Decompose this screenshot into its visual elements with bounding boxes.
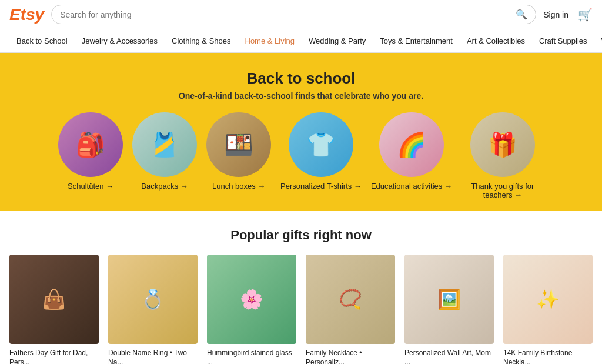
product-image: 🌸	[207, 255, 296, 344]
product-card[interactable]: 📿Family Necklace • Personaliz...CaitlynM…	[306, 255, 395, 364]
etsy-logo[interactable]: Etsy	[9, 5, 44, 24]
product-card[interactable]: 💍Double Name Ring • Two Na...CaitlynMini…	[108, 255, 198, 364]
category-emoji: 🎽	[150, 112, 179, 177]
category-image: 👕	[289, 112, 353, 177]
category-label: Thank you gifts for teachers →	[461, 182, 544, 199]
product-title: Double Name Ring • Two Na...	[108, 349, 198, 364]
nav-item-wedding-party[interactable]: Wedding & Party	[302, 34, 373, 48]
popular-title: Popular gifts right now	[9, 228, 593, 243]
cart-icon[interactable]: 🛒	[578, 8, 593, 22]
back-to-school-banner: Back to school One-of-a-kind back-to-sch…	[0, 53, 602, 211]
category-label: Lunch boxes →	[212, 182, 265, 191]
header: Etsy 🔍 Sign in 🛒	[0, 0, 602, 29]
product-card[interactable]: 🖼️Personalized Wall Art, Mom ...promenad…	[404, 255, 494, 364]
nav-item-craft-supplies[interactable]: Craft Supplies	[532, 34, 594, 48]
category-emoji: 👕	[306, 112, 336, 177]
nav-item-jewelry-accessories[interactable]: Jewelry & Accessories	[75, 34, 165, 48]
product-image: 💍	[108, 255, 198, 344]
search-button[interactable]: 🔍	[516, 9, 527, 20]
category-label: Personalized T-shirts →	[280, 182, 362, 191]
category-image: 🎽	[132, 112, 197, 177]
nav-item-art-collectibles[interactable]: Art & Collectibles	[460, 34, 532, 48]
category-label: Schultüten →	[68, 182, 113, 191]
banner-subtitle: One-of-a-kind back-to-school finds that …	[14, 91, 588, 101]
product-title: 14K Family Birthstone Neckla...	[503, 349, 593, 364]
banner-category-thank-you-gifts-for-teachers[interactable]: 🎁Thank you gifts for teachers →	[461, 112, 544, 199]
product-image: 👜	[9, 255, 99, 344]
nav-item-toys-entertainment[interactable]: Toys & Entertainment	[373, 34, 460, 48]
nav-item-vintage[interactable]: Vintage	[594, 34, 602, 48]
product-title: Fathers Day Gift for Dad, Pers...	[9, 349, 99, 364]
search-bar: 🔍	[51, 5, 536, 24]
banner-category-personalized-t-shirts[interactable]: 👕Personalized T-shirts →	[280, 112, 362, 199]
banner-title: Back to school	[14, 69, 588, 88]
category-emoji: 🎒	[76, 112, 105, 177]
category-label: Backpacks →	[141, 182, 188, 191]
search-input[interactable]	[60, 10, 511, 19]
category-image: 🎁	[470, 112, 535, 177]
category-image: 🎒	[58, 112, 123, 177]
products-grid: 👜Fathers Day Gift for Dad, Pers...StayFi…	[9, 255, 593, 364]
popular-section: Popular gifts right now 👜Fathers Day Gif…	[0, 211, 602, 364]
product-card[interactable]: ✨14K Family Birthstone Neckla...SilverCi…	[503, 255, 593, 364]
category-emoji: 🌈	[397, 112, 426, 177]
category-image: 🌈	[379, 112, 444, 177]
banner-category-schult-ten[interactable]: 🎒Schultüten →	[58, 112, 123, 199]
category-emoji: 🎁	[488, 112, 517, 177]
category-emoji: 🍱	[224, 112, 253, 177]
main-nav: Back to SchoolJewelry & AccessoriesCloth…	[0, 29, 602, 53]
product-card[interactable]: 👜Fathers Day Gift for Dad, Pers...StayFi…	[9, 255, 99, 364]
nav-item-back-to-school[interactable]: Back to School	[9, 34, 75, 48]
category-image: 🍱	[206, 112, 271, 177]
nav-item-home-living[interactable]: Home & Living	[238, 34, 302, 48]
product-card[interactable]: 🌸Hummingbird stained glass ...GlassArtSt…	[207, 255, 296, 364]
banner-category-educational-activities[interactable]: 🌈Educational activities →	[371, 112, 452, 199]
header-actions: Sign in 🛒	[543, 8, 593, 22]
banner-category-backpacks[interactable]: 🎽Backpacks →	[132, 112, 197, 199]
product-title: Personalized Wall Art, Mom ...	[404, 349, 494, 364]
product-image: ✨	[503, 255, 593, 344]
product-title: Family Necklace • Personaliz...	[306, 349, 395, 364]
product-image: 📿	[306, 255, 395, 344]
product-image: 🖼️	[404, 255, 494, 344]
banner-categories: 🎒Schultüten →🎽Backpacks →🍱Lunch boxes →👕…	[14, 112, 588, 199]
product-title: Hummingbird stained glass ...	[207, 349, 296, 364]
banner-category-lunch-boxes[interactable]: 🍱Lunch boxes →	[206, 112, 271, 199]
category-label: Educational activities →	[371, 182, 452, 191]
sign-in-link[interactable]: Sign in	[543, 10, 568, 19]
nav-item-clothing-shoes[interactable]: Clothing & Shoes	[165, 34, 238, 48]
